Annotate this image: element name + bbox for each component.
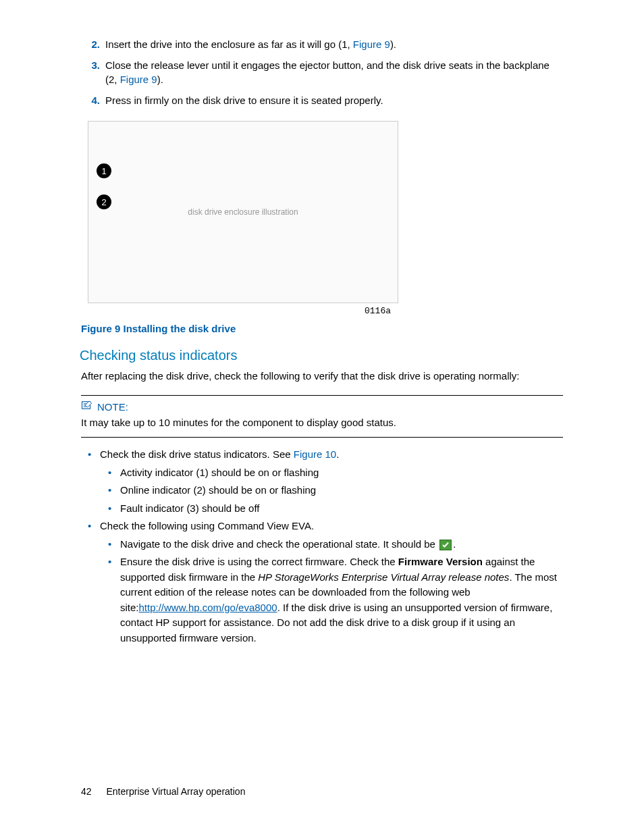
list-text: Ensure the disk drive is using the corre… bbox=[120, 554, 563, 646]
figure-image-placeholder: disk drive enclosure illustration 1 2 bbox=[88, 121, 398, 303]
step-number: 4. bbox=[81, 93, 100, 107]
list-text: Check the following using Command View E… bbox=[100, 519, 563, 534]
bullet-icon: • bbox=[88, 519, 100, 534]
figure-caption: Figure 9 Installing the disk drive bbox=[81, 323, 563, 334]
bullet-icon: • bbox=[108, 537, 120, 552]
list-item: • Check the disk drive status indicators… bbox=[88, 447, 563, 463]
list-item: • Fault indicator (3) should be off bbox=[108, 501, 563, 517]
section-intro: After replacing the disk drive, check th… bbox=[81, 369, 563, 383]
list-text: Navigate to the disk drive and check the… bbox=[120, 537, 563, 552]
figure-9-link[interactable]: Figure 9 bbox=[353, 38, 390, 50]
text: Check the disk drive status indicators. … bbox=[100, 448, 294, 460]
figure-10-link[interactable]: Figure 10 bbox=[294, 448, 336, 460]
page-number: 42 bbox=[81, 786, 92, 797]
figure-9-link[interactable]: Figure 9 bbox=[120, 74, 157, 85]
page-footer: 42 Enterprise Virtual Array operation bbox=[81, 786, 245, 797]
bullet-icon: • bbox=[108, 483, 120, 498]
text: Insert the drive into the enclosure as f… bbox=[105, 38, 353, 50]
text: . bbox=[453, 538, 456, 550]
note-label: NOTE: bbox=[97, 400, 128, 415]
list-text: Fault indicator (3) should be off bbox=[120, 501, 563, 517]
release-notes-title: HP StorageWorks Enterprise Virtual Array… bbox=[258, 571, 509, 583]
list-item: • Ensure the disk drive is using the cor… bbox=[108, 554, 563, 646]
list-item: • Activity indicator (1) should be on or… bbox=[108, 465, 563, 481]
callout-1: 1 bbox=[97, 163, 111, 178]
text: Close the release lever until it engages… bbox=[105, 59, 549, 85]
step-4: 4. Press in firmly on the disk drive to … bbox=[81, 93, 563, 107]
step-text: Insert the drive into the enclosure as f… bbox=[105, 37, 563, 51]
bullet-icon: • bbox=[108, 465, 120, 481]
list-text: Check the disk drive status indicators. … bbox=[100, 447, 563, 463]
list-item: • Check the following using Command View… bbox=[88, 519, 563, 534]
note-text: It may take up to 10 minutes for the com… bbox=[81, 415, 563, 431]
bullet-list: • Check the disk drive status indicators… bbox=[81, 447, 563, 646]
list-text: Activity indicator (1) should be on or f… bbox=[120, 465, 563, 481]
text: ). bbox=[390, 38, 396, 50]
placeholder-text: disk drive enclosure illustration bbox=[188, 207, 298, 217]
step-text: Close the release lever until it engages… bbox=[105, 58, 563, 86]
bullet-icon: • bbox=[108, 501, 120, 517]
check-ok-icon bbox=[439, 540, 452, 550]
bullet-icon: • bbox=[108, 554, 120, 646]
figure-9: disk drive enclosure illustration 1 2 01… bbox=[81, 121, 563, 334]
text: ). bbox=[157, 74, 163, 85]
callout-2: 2 bbox=[97, 194, 111, 209]
list-text: Online indicator (2) should be on or fla… bbox=[120, 483, 563, 498]
step-2: 2. Insert the drive into the enclosure a… bbox=[81, 37, 563, 51]
list-item: • Online indicator (2) should be on or f… bbox=[108, 483, 563, 498]
firmware-version-label: Firmware Version bbox=[398, 556, 483, 567]
bullet-icon: • bbox=[88, 447, 100, 463]
note-block: NOTE: It may take up to 10 minutes for t… bbox=[81, 395, 563, 438]
text: . bbox=[336, 448, 339, 460]
step-number: 3. bbox=[81, 58, 100, 86]
step-3: 3. Close the release lever until it enga… bbox=[81, 58, 563, 86]
figure-code: 0116a bbox=[365, 306, 563, 316]
note-icon bbox=[81, 400, 93, 415]
section-heading: Checking status indicators bbox=[80, 348, 563, 363]
step-number: 2. bbox=[81, 37, 100, 51]
eva8000-url-link[interactable]: http://www.hp.com/go/eva8000 bbox=[139, 602, 277, 613]
text: Navigate to the disk drive and check the… bbox=[120, 538, 438, 550]
step-text: Press in firmly on the disk drive to ens… bbox=[105, 93, 563, 107]
text: Ensure the disk drive is using the corre… bbox=[120, 556, 398, 567]
list-item: • Navigate to the disk drive and check t… bbox=[108, 537, 563, 552]
footer-title: Enterprise Virtual Array operation bbox=[106, 786, 245, 797]
